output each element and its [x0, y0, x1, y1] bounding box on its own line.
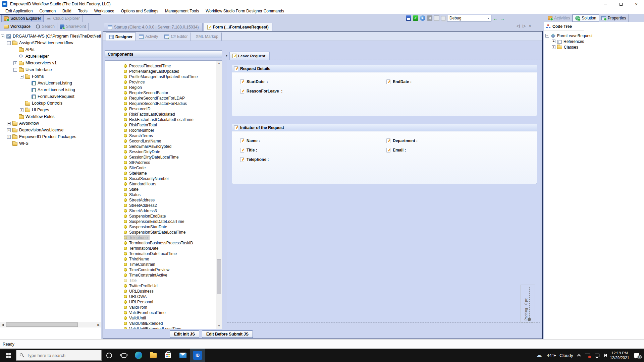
- component-item[interactable]: ValidUntilExtendedLocalTime: [124, 326, 183, 329]
- component-item[interactable]: RequireSecondFactorForRadius: [124, 101, 189, 106]
- component-item[interactable]: URLOWA: [124, 294, 149, 299]
- tree-expand-toggle[interactable]: +: [552, 45, 555, 49]
- tree-item[interactable]: + UI Pages: [1, 107, 101, 113]
- tree-expand-toggle[interactable]: +: [7, 122, 11, 125]
- edit-js-button[interactable]: Edit Init JS: [170, 330, 199, 338]
- form-page-tab[interactable]: Leave Request: [229, 52, 270, 60]
- component-item[interactable]: SearchTerms: [124, 133, 155, 138]
- scroll-tabs-right-icon[interactable]: ▷: [523, 23, 526, 28]
- tree-item[interactable]: Lookup Controls: [1, 100, 101, 107]
- component-item[interactable]: TimeConstrainPreview: [124, 267, 171, 273]
- component-item[interactable]: URLBusiness: [124, 289, 156, 294]
- tree-item[interactable]: + Classes: [545, 44, 644, 50]
- navigate-forward-icon[interactable]: →: [500, 15, 505, 21]
- component-item[interactable]: SiteName: [124, 171, 149, 176]
- group-request-details[interactable]: Request Details StartDate : ReasonForLea…: [232, 65, 537, 116]
- designer-tab[interactable]: Activity: [136, 33, 161, 41]
- scrollbar-thumb[interactable]: [217, 259, 221, 294]
- navigate-back-icon[interactable]: ←: [493, 15, 498, 21]
- code-tree-tab[interactable]: Code Tree: [544, 22, 584, 31]
- build-config-dropdown[interactable]: Debug ▾: [447, 15, 491, 21]
- component-item[interactable]: State: [124, 187, 141, 192]
- padding-slider-track[interactable]: [529, 287, 531, 320]
- component-item[interactable]: ProfileManagerLastUpdated: [124, 69, 181, 74]
- menu-item[interactable]: Tools: [75, 9, 91, 13]
- taskbar-search[interactable]: [16, 350, 102, 361]
- empowerid-app-button[interactable]: ID: [190, 349, 205, 362]
- component-item[interactable]: ValidFromLocalTime: [124, 310, 168, 315]
- tree-expand-toggle[interactable]: −: [545, 34, 549, 38]
- form-field[interactable]: Department :: [386, 137, 418, 144]
- component-item[interactable]: StreetAddress2: [124, 203, 159, 208]
- group-initiator[interactable]: Initiator of the Request Name : Title : …: [232, 124, 537, 184]
- component-item[interactable]: TimeConstrain: [124, 262, 157, 267]
- menu-item[interactable]: Common: [36, 9, 59, 13]
- component-item[interactable]: RoomNumber: [124, 128, 156, 133]
- tree-item[interactable]: − DRGAUTAM-WS (C:\Program Files\TheDotNe…: [1, 33, 101, 40]
- component-item[interactable]: URLPersonal: [124, 299, 155, 305]
- component-item[interactable]: SocialSecurityNumber: [124, 176, 171, 181]
- menu-item[interactable]: Options and Settings: [118, 9, 162, 13]
- dock-tab[interactable]: Solution: [573, 14, 599, 22]
- tree-item[interactable]: AzureHelper: [1, 53, 101, 60]
- component-item[interactable]: Province: [124, 79, 147, 85]
- component-item[interactable]: ResourceID: [124, 106, 152, 112]
- menu-item[interactable]: Workspace: [91, 9, 118, 13]
- tree-expand-toggle[interactable]: +: [13, 61, 17, 65]
- component-item[interactable]: SessionDirtyDateLocalTime: [124, 155, 181, 160]
- store-button[interactable]: [161, 349, 175, 362]
- tree-item[interactable]: + AWorkflow: [1, 120, 101, 127]
- component-item[interactable]: StreetAddress3: [124, 208, 159, 214]
- padding-slider[interactable]: Padding 0 px: [520, 285, 535, 323]
- new-page-icon[interactable]: [434, 15, 439, 21]
- tree-expand-toggle[interactable]: +: [552, 40, 555, 43]
- search-input[interactable]: [27, 353, 91, 358]
- workspace-tab[interactable]: SharePoint: [57, 23, 89, 30]
- horizontal-scrollbar[interactable]: ◀ ▶: [0, 322, 101, 327]
- form-field[interactable]: EndDate :: [386, 78, 412, 85]
- component-item[interactable]: Telephone: [124, 235, 150, 240]
- padding-slider-knob[interactable]: [528, 318, 531, 321]
- tree-expand-toggle[interactable]: −: [7, 41, 11, 45]
- close-button[interactable]: ×: [629, 0, 644, 8]
- tree-expand-toggle[interactable]: +: [20, 108, 23, 112]
- tree-item[interactable]: + Microservices v1: [1, 60, 101, 66]
- component-item[interactable]: ProcessTimeLocalTime: [124, 63, 173, 69]
- component-item[interactable]: TerminationDateLocalTime: [124, 251, 179, 256]
- tree-item[interactable]: − User Interface: [1, 66, 101, 73]
- scroll-right-icon[interactable]: ▶: [96, 323, 101, 326]
- tree-expand-toggle[interactable]: −: [20, 75, 23, 78]
- component-item[interactable]: Status: [124, 192, 143, 197]
- document-tab[interactable]: Startup (Client: 4.0.0.0 | Server: 7.188…: [104, 23, 203, 31]
- component-item[interactable]: ValidFrom: [124, 305, 149, 310]
- component-item[interactable]: TwitterProfileUrl: [124, 283, 160, 289]
- component-item[interactable]: SessionDirtyDate: [124, 149, 162, 155]
- menu-item[interactable]: Workflow Studio Form Designer Commands: [202, 9, 287, 13]
- mail-button[interactable]: [175, 349, 190, 362]
- maximize-button[interactable]: [613, 0, 629, 8]
- tree-item[interactable]: Workflow Rules: [1, 113, 101, 120]
- tree-item[interactable]: − FormLeaveRequest: [545, 33, 644, 39]
- component-item[interactable]: TerminationBusinessProcessTaskID: [124, 240, 195, 246]
- component-item[interactable]: RequireSecondFactor: [124, 90, 170, 96]
- taskbar-clock[interactable]: 12:19 PM 12/29/2021: [610, 351, 629, 360]
- cast-recording-icon[interactable]: [585, 354, 590, 357]
- minimize-button[interactable]: [598, 0, 613, 8]
- workspace-tab[interactable]: Workspace: [1, 23, 33, 30]
- designer-tab[interactable]: C# Editor: [161, 33, 191, 41]
- component-item[interactable]: ValidUntil: [124, 315, 148, 321]
- component-item[interactable]: RiskFactorLastCalculated: [124, 112, 177, 117]
- tree-item[interactable]: FormLeaveRequest: [1, 93, 101, 100]
- component-item[interactable]: RiskFactorTotal: [124, 122, 159, 128]
- scroll-left-icon[interactable]: ◀: [0, 323, 5, 326]
- tree-item[interactable]: AwsLicenseListing: [1, 80, 101, 86]
- close-document-icon[interactable]: ×: [529, 23, 531, 28]
- component-item[interactable]: SIPAddress: [124, 160, 152, 165]
- form-field[interactable]: Email :: [386, 147, 418, 154]
- cortana-button[interactable]: [102, 349, 116, 362]
- menu-item[interactable]: Management Tools: [162, 9, 202, 13]
- scroll-down-icon[interactable]: ▼: [216, 323, 222, 329]
- tree-expand-toggle[interactable]: +: [7, 135, 11, 139]
- scrollbar-thumb[interactable]: [6, 322, 78, 327]
- file-explorer-button[interactable]: [146, 349, 161, 362]
